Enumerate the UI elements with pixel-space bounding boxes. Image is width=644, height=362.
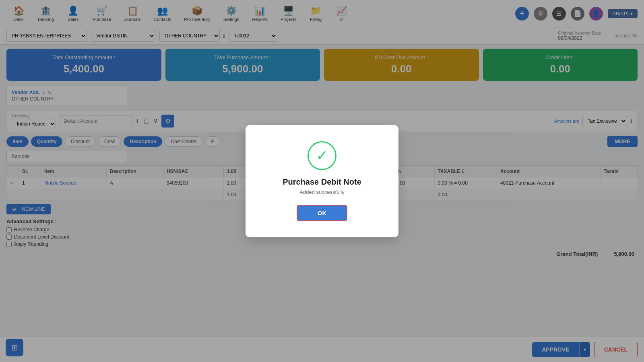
modal-ok-button[interactable]: OK [297, 205, 348, 221]
modal-box: ✓ Purchase Debit Note Added successfully… [246, 125, 398, 237]
modal-overlay: ✓ Purchase Debit Note Added successfully… [0, 0, 644, 261]
check-icon: ✓ [316, 147, 328, 164]
modal-title: Purchase Debit Note [266, 177, 378, 187]
modal-subtitle: Added successfully [266, 189, 378, 195]
success-circle: ✓ [308, 141, 336, 170]
